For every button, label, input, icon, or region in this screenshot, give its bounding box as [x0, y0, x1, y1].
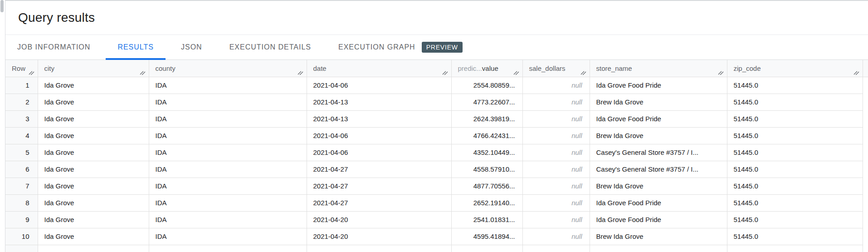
cell-store-name: Ida Grove Food Pride: [590, 194, 727, 211]
cell-city: Ida Grove: [38, 110, 149, 127]
cell-date: 2021-04-13: [307, 94, 451, 110]
column-resize-icon[interactable]: [29, 69, 34, 75]
cell-zip-code: 51445.0: [727, 194, 863, 211]
cell-date: [307, 245, 451, 252]
cell-date: 2021-04-27: [307, 178, 451, 194]
cell-city: Ida Grove: [38, 127, 149, 144]
preview-badge: PREVIEW: [422, 42, 463, 53]
table-row: 8 Ida Grove IDA 2021-04-27 2652.19140...…: [5, 194, 868, 211]
cell-city: Ida Grove: [38, 211, 149, 228]
column-resize-icon[interactable]: [297, 69, 303, 75]
cell-store-name: [590, 245, 727, 252]
cell-sale-dollars: [522, 245, 590, 252]
cell-stub: [863, 161, 868, 178]
cell-stub: [863, 77, 868, 94]
tab-label: EXECUTION GRAPH: [338, 43, 415, 51]
cell-row-number: 10: [5, 228, 38, 245]
tab-json[interactable]: JSON: [169, 35, 214, 59]
results-panel: Query results JOB INFORMATION RESULTS JS…: [5, 0, 868, 252]
cell-date: 2021-04-13: [307, 110, 451, 127]
cell-date: 2021-04-06: [307, 127, 451, 144]
cell-sale-dollars: null: [522, 228, 590, 245]
cell-predicted-value: 2554.80859...: [451, 77, 522, 94]
cell-date: 2021-04-06: [307, 144, 451, 161]
cell-row-number: 8: [5, 194, 38, 211]
cell-store-name: Ida Grove Food Pride: [590, 211, 727, 228]
cell-predicted-value: 4877.70556...: [451, 178, 522, 194]
column-resize-icon[interactable]: [853, 69, 859, 75]
tab-results[interactable]: RESULTS: [106, 35, 166, 59]
column-resize-icon[interactable]: [513, 69, 519, 75]
table-row-partial: [5, 245, 868, 252]
cell-stub: [863, 178, 868, 194]
cell-store-name: Brew Ida Grove: [590, 178, 727, 194]
cell-county: IDA: [149, 94, 307, 110]
vertical-scrollbar[interactable]: [0, 0, 5, 252]
tab-job-information[interactable]: JOB INFORMATION: [5, 35, 102, 59]
cell-zip-code: [727, 245, 863, 252]
cell-county: IDA: [149, 77, 307, 94]
cell-row-number: 9: [5, 211, 38, 228]
cell-date: 2021-04-27: [307, 194, 451, 211]
table-row: 2 Ida Grove IDA 2021-04-13 4773.22607...…: [5, 94, 868, 110]
tab-label: JOB INFORMATION: [17, 43, 90, 51]
column-resize-icon[interactable]: [718, 69, 724, 75]
tab-label: EXECUTION DETAILS: [229, 43, 311, 51]
cell-zip-code: 51445.0: [727, 94, 863, 110]
cell-county: IDA: [149, 194, 307, 211]
cell-stub: [863, 211, 868, 228]
table-row: 4 Ida Grove IDA 2021-04-06 4766.42431...…: [5, 127, 868, 144]
cell-zip-code: 51445.0: [727, 178, 863, 194]
scrollbar-thumb[interactable]: [0, 0, 4, 12]
panel-header: Query results: [5, 1, 868, 35]
tab-label: JSON: [181, 43, 202, 51]
cell-sale-dollars: null: [522, 127, 590, 144]
cell-stub: [863, 110, 868, 127]
table-row: 1 Ida Grove IDA 2021-04-06 2554.80859...…: [5, 77, 868, 94]
cell-county: IDA: [149, 211, 307, 228]
tab-execution-graph[interactable]: EXECUTION GRAPH PREVIEW: [327, 35, 474, 59]
cell-zip-code: 51445.0: [727, 144, 863, 161]
cell-predicted-value: [451, 245, 522, 252]
column-resize-icon[interactable]: [140, 69, 146, 75]
cell-sale-dollars: null: [522, 94, 590, 110]
cell-predicted-value: 4595.41894...: [451, 228, 522, 245]
cell-zip-code: 51445.0: [727, 110, 863, 127]
cell-store-name: Ida Grove Food Pride: [590, 110, 727, 127]
column-header-store-name: store_name: [590, 60, 727, 77]
column-resize-icon[interactable]: [580, 69, 586, 75]
column-header-city: city: [38, 60, 149, 77]
cell-predicted-value: 2624.39819...: [451, 110, 522, 127]
cell-stub: [863, 144, 868, 161]
cell-zip-code: 51445.0: [727, 77, 863, 94]
cell-row-number: [5, 245, 38, 252]
cell-stub: [863, 127, 868, 144]
column-header-sale-dollars: sale_dollars: [522, 60, 590, 77]
column-header-date: date: [307, 60, 451, 77]
cell-store-name: Casey's General Store #3757 / I...: [590, 144, 727, 161]
cell-sale-dollars: null: [522, 211, 590, 228]
cell-row-number: 7: [5, 178, 38, 194]
cell-city: Ida Grove: [38, 77, 149, 94]
table-row: 10 Ida Grove IDA 2021-04-20 4595.41894..…: [5, 228, 868, 245]
table-row: 7 Ida Grove IDA 2021-04-27 4877.70556...…: [5, 178, 868, 194]
cell-city: Ida Grove: [38, 144, 149, 161]
cell-row-number: 3: [5, 110, 38, 127]
cell-county: IDA: [149, 144, 307, 161]
cell-county: IDA: [149, 110, 307, 127]
cell-store-name: Brew Ida Grove: [590, 127, 727, 144]
cell-sale-dollars: null: [522, 178, 590, 194]
cell-store-name: Brew Ida Grove: [590, 228, 727, 245]
cell-predicted-value: 4558.57910...: [451, 161, 522, 178]
cell-row-number: 1: [5, 77, 38, 94]
cell-row-number: 2: [5, 94, 38, 110]
tab-bar: JOB INFORMATION RESULTS JSON EXECUTION D…: [5, 35, 868, 60]
column-resize-icon[interactable]: [442, 69, 448, 75]
cell-sale-dollars: null: [522, 77, 590, 94]
table-row: 9 Ida Grove IDA 2021-04-20 2541.01831...…: [5, 211, 868, 228]
table-header-row: Row city county date: [5, 60, 868, 77]
cell-county: IDA: [149, 127, 307, 144]
cell-stub: [863, 94, 868, 110]
tab-execution-details[interactable]: EXECUTION DETAILS: [218, 35, 323, 59]
cell-predicted-value: 4766.42431...: [451, 127, 522, 144]
